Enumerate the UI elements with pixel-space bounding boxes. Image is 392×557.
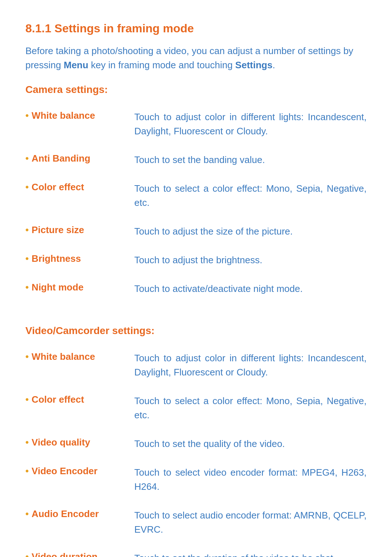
camera-desc-0: Touch to adjust color in different light… (134, 106, 367, 142)
video-settings-table: •White balance Touch to adjust color in … (25, 347, 367, 557)
camera-desc-4: Touch to adjust the brightness. (134, 249, 367, 271)
video-setting-row: •Color effect Touch to select a color ef… (25, 390, 367, 426)
video-term-3: •Video Encoder (25, 462, 134, 497)
row-gap (25, 271, 367, 278)
bullet-icon: • (25, 282, 29, 293)
bullet-icon: • (25, 153, 29, 164)
camera-setting-row: •White balance Touch to adjust color in … (25, 106, 367, 142)
video-term-2: •Video quality (25, 433, 134, 455)
camera-desc-3: Touch to adjust the size of the picture. (134, 221, 367, 242)
row-gap (25, 540, 367, 548)
section-heading: 8.1.1 Settings in framing mode (25, 22, 367, 35)
video-term-1: •Color effect (25, 390, 134, 426)
camera-desc-5: Touch to activate/deactivate night mode. (134, 278, 367, 300)
video-desc-0: Touch to adjust color in different light… (134, 347, 367, 383)
bullet-icon: • (25, 182, 29, 192)
bullet-icon: • (25, 253, 29, 264)
bullet-icon: • (25, 351, 29, 362)
video-desc-2: Touch to set the quality of the video. (134, 433, 367, 455)
bullet-icon: • (25, 551, 29, 557)
row-gap (25, 171, 367, 178)
video-setting-row: •Audio Encoder Touch to select audio enc… (25, 505, 367, 540)
row-gap (25, 383, 367, 390)
video-setting-row: •Video quality Touch to set the quality … (25, 433, 367, 455)
camera-setting-row: •Anti Banding Touch to set the banding v… (25, 149, 367, 171)
video-desc-3: Touch to select video encoder format: MP… (134, 462, 367, 497)
camera-settings-subtitle: Camera settings: (25, 84, 367, 95)
camera-setting-row: •Color effect Touch to select a color ef… (25, 178, 367, 214)
bullet-icon: • (25, 508, 29, 519)
camera-term-3: •Picture size (25, 221, 134, 242)
intro-bold-menu: Menu (64, 60, 89, 70)
camera-term-0: •White balance (25, 106, 134, 142)
intro-bold-settings: Settings (235, 60, 273, 70)
camera-term-4: •Brightness (25, 249, 134, 271)
row-gap (25, 426, 367, 433)
intro-text-middle: key in framing mode and touching (88, 60, 235, 70)
row-gap (25, 242, 367, 249)
camera-term-5: •Night mode (25, 278, 134, 300)
row-gap (25, 300, 367, 307)
camera-setting-row: •Night mode Touch to activate/deactivate… (25, 278, 367, 300)
bullet-icon: • (25, 465, 29, 476)
video-term-5: •Video duration (25, 548, 134, 557)
row-gap (25, 142, 367, 149)
video-term-4: •Audio Encoder (25, 505, 134, 540)
intro-text-after: . (273, 60, 275, 70)
video-setting-row: •Video Encoder Touch to select video enc… (25, 462, 367, 497)
bullet-icon: • (25, 224, 29, 235)
row-gap (25, 455, 367, 462)
video-desc-5: Touch to set the duration of the video t… (134, 548, 367, 557)
camera-desc-1: Touch to set the banding value. (134, 149, 367, 171)
video-desc-1: Touch to select a color effect: Mono, Se… (134, 390, 367, 426)
row-gap (25, 497, 367, 505)
bullet-icon: • (25, 437, 29, 448)
video-term-0: •White balance (25, 347, 134, 383)
video-settings-subtitle: Video/Camcorder settings: (25, 325, 367, 337)
camera-setting-row: •Brightness Touch to adjust the brightne… (25, 249, 367, 271)
camera-setting-row: •Picture size Touch to adjust the size o… (25, 221, 367, 242)
row-gap (25, 214, 367, 221)
bullet-icon: • (25, 394, 29, 405)
video-setting-row: •Video duration Touch to set the duratio… (25, 548, 367, 557)
video-setting-row: •White balance Touch to adjust color in … (25, 347, 367, 383)
camera-settings-table: •White balance Touch to adjust color in … (25, 106, 367, 307)
camera-desc-2: Touch to select a color effect: Mono, Se… (134, 178, 367, 214)
video-desc-4: Touch to select audio encoder format: AM… (134, 505, 367, 540)
intro-paragraph: Before taking a photo/shooting a video, … (25, 44, 367, 72)
bullet-icon: • (25, 110, 29, 121)
camera-term-2: •Color effect (25, 178, 134, 214)
camera-term-1: •Anti Banding (25, 149, 134, 171)
